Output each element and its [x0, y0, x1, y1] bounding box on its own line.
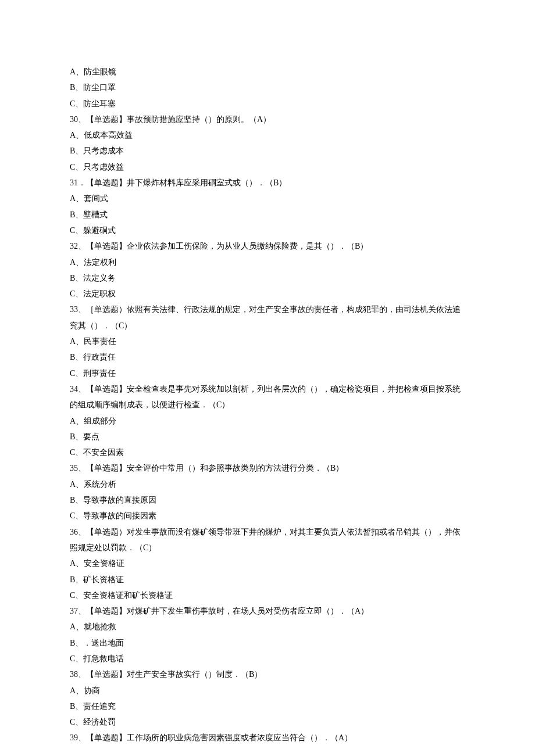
text-line: B、只考虑成本	[70, 143, 465, 159]
text-line: B、责任追究	[70, 698, 465, 714]
text-line: B、导致事故的直接原因	[70, 492, 465, 508]
text-line: 34、【单选题】安全检查表是事先对系统加以剖析，列出各层次的（），确定检瓷项目，…	[70, 381, 465, 413]
text-line: A、组成部分	[70, 413, 465, 429]
text-line: A、防尘眼镜	[70, 64, 465, 80]
text-line: C、打急救电话	[70, 651, 465, 667]
text-line: B、要点	[70, 429, 465, 445]
text-line: C、刑事责任	[70, 366, 465, 381]
text-line: A、就地抢救	[70, 619, 465, 635]
text-line: A、民事责任	[70, 334, 465, 349]
text-line: 36、【单选题）对发生事故而没有煤矿领导带班下井的煤炉，对其主要负责人依法暂扣或…	[70, 524, 465, 556]
text-line: B、壁槽式	[70, 207, 465, 223]
text-line: C、躲避硐式	[70, 223, 465, 238]
text-line: A、系统分析	[70, 476, 465, 492]
text-line: A、低成本高效益	[70, 127, 465, 143]
text-line: B、法定义务	[70, 270, 465, 286]
text-line: C、法定职权	[70, 286, 465, 302]
text-line: B、行政责任	[70, 349, 465, 365]
text-line: C、防尘耳塞	[70, 96, 465, 112]
text-line: 33、［单选题）依照有关法律、行政法规的规定，对生产安全事故的责任者，构成犯罪的…	[70, 302, 465, 334]
text-line: 30、【单选题】事故预防措施应坚持（）的原则。（A）	[70, 112, 465, 127]
text-line: 39、【单选题】工作场所的职业病危害因素强度或者浓度应当符合（）．（A）	[70, 730, 465, 746]
document-body: A、防尘眼镜B、防尘口罩C、防尘耳塞30、【单选题】事故预防措施应坚持（）的原则…	[70, 64, 465, 746]
text-line: 32、【单选题】企业依法参加工伤保险，为从业人员缴纳保险费，是其（）．（B）	[70, 238, 465, 254]
text-line: 38、【单选题】对生产安全事故实行（）制度．（B）	[70, 667, 465, 682]
text-line: C、不安全因素	[70, 445, 465, 460]
text-line: B、防尘口罩	[70, 80, 465, 95]
text-line: A、法定权利	[70, 255, 465, 270]
text-line: 37、【单选题】对煤矿井下发生重伤事故时，在场人员对受伤者应立即（）．（A）	[70, 603, 465, 619]
text-line: 31．【单选题】井下爆炸材料库应采用硐室式或（）．（B）	[70, 175, 465, 191]
text-line: C、经济处罚	[70, 714, 465, 730]
text-line: 35、【单选题】安全评价中常用（）和参照事故类别的方法进行分类．（B）	[70, 460, 465, 476]
text-line: A、套间式	[70, 191, 465, 206]
text-line: A、协商	[70, 683, 465, 698]
text-line: C、安全资格证和矿长资格证	[70, 587, 465, 603]
text-line: C、导致事故的间接因素	[70, 508, 465, 524]
text-line: A、安全资格证	[70, 556, 465, 571]
text-line: C、只考虑效益	[70, 159, 465, 175]
text-line: B、矿长资格证	[70, 572, 465, 587]
text-line: B、．送出地面	[70, 635, 465, 651]
